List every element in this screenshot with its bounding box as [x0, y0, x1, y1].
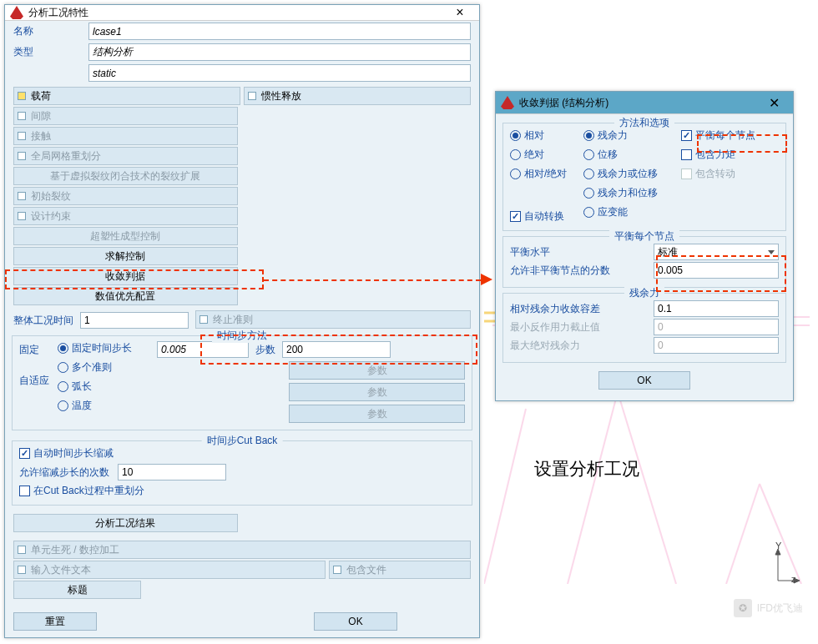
analysis-loadcase-dialog: 分析工况特性 × 名称 lcase1 类型 结构分析 static 载荷 惯性释…	[4, 4, 480, 638]
opt-remesh[interactable]: 全局网格重划分	[13, 147, 238, 165]
maxabs-field: 0	[654, 337, 779, 354]
totaltime-label: 整体工况时间	[13, 314, 73, 328]
fixed-label: 固定	[19, 343, 49, 357]
chk-autoswitch[interactable]: 自动转换	[510, 209, 583, 224]
chk-autocutback[interactable]: 自动时间步长缩减	[19, 446, 465, 460]
opt-inertia[interactable]: 惯性释放	[244, 87, 471, 105]
callout-arrow	[264, 279, 481, 281]
type-field-2[interactable]: static	[88, 64, 471, 82]
name-label: 名称	[13, 24, 88, 38]
chk-rot: 包含转动	[681, 167, 779, 181]
radio-residanddisp[interactable]: 残余力和位移	[583, 186, 681, 200]
opt-design[interactable]: 设计约束	[13, 207, 238, 225]
radio-absolute[interactable]: 绝对	[510, 148, 583, 162]
params-button-1[interactable]: 参数	[289, 361, 465, 380]
svg-line-5	[726, 484, 760, 584]
opt-initcrack[interactable]: 初始裂纹	[13, 187, 238, 205]
dialog-titlebar[interactable]: 分析工况特性 ×	[5, 5, 479, 21]
opt-inputtext[interactable]: 输入文件文本	[13, 561, 326, 579]
minreac-label: 最小反作用力截止值	[510, 320, 654, 335]
cutback-allow-label: 允许缩减步长的次数	[19, 465, 109, 480]
arrow-icon	[481, 274, 492, 285]
opt-load[interactable]: 载荷	[13, 87, 240, 105]
balance-label: 平衡水平	[510, 245, 654, 259]
reltol-field[interactable]: 0.1	[654, 300, 779, 317]
chk-moment[interactable]: 包含力矩	[681, 148, 779, 162]
radio-arc[interactable]: 弧长	[58, 380, 132, 394]
opt-vcct[interactable]: 基于虚拟裂纹闭合技术的裂纹扩展	[13, 167, 238, 185]
minreac-field: 0	[654, 319, 779, 335]
opt-termination[interactable]: 终止准则	[195, 310, 471, 329]
opt-includefile[interactable]: 包含文件	[329, 561, 471, 579]
steps-label: 步数	[255, 343, 275, 357]
chk-pernode[interactable]: 平衡每个节点	[681, 128, 779, 143]
radio-disp[interactable]: 位移	[583, 148, 681, 162]
wechat-icon: ✪	[734, 599, 752, 617]
ok-button[interactable]: OK	[598, 371, 690, 390]
svg-line-3	[618, 392, 676, 584]
radio-multi[interactable]: 多个准则	[58, 360, 132, 375]
method-group: 方法和选项 相对 绝对 相对/绝对 自动转换 残余力 位移 残余力或位移 残余力…	[502, 123, 786, 231]
allowfrac-field[interactable]: 0.005	[654, 262, 779, 279]
radio-relative[interactable]: 相对	[510, 128, 583, 143]
radio-fixed[interactable]: 固定时间步长	[58, 341, 132, 355]
radio-relabs[interactable]: 相对/绝对	[510, 167, 583, 181]
results-button[interactable]: 分析工况结果	[13, 514, 238, 532]
dialog-title: 分析工况特性	[28, 6, 88, 20]
dialog2-title: 收敛判据 (结构分析)	[519, 96, 608, 110]
maxabs-label: 最大绝对残余力	[510, 339, 654, 353]
totaltime-field[interactable]: 1	[80, 312, 189, 329]
title-button[interactable]: 标题	[13, 581, 141, 599]
opt-solve[interactable]: 求解控制	[13, 247, 238, 265]
adaptive-label: 自适应	[19, 374, 49, 388]
steps-field[interactable]: 200	[282, 341, 391, 358]
annotation-caption: 设置分析工况	[534, 457, 639, 480]
pernode-legend: 平衡每个节点	[609, 229, 679, 244]
opt-contact[interactable]: 接触	[13, 127, 238, 145]
svg-line-2	[568, 392, 618, 584]
opt-birthdeath[interactable]: 单元生死 / 数控加工	[13, 541, 471, 559]
app-icon	[501, 96, 514, 109]
svg-line-4	[484, 409, 526, 584]
chevron-down-icon	[768, 250, 775, 254]
allowfrac-label: 允许非平衡节点的分数	[510, 264, 654, 278]
name-field[interactable]: lcase1	[88, 23, 471, 40]
radio-residordisp[interactable]: 残余力或位移	[583, 167, 681, 181]
opt-gap[interactable]: 间隙	[13, 107, 238, 125]
axis-gizmo: Yz	[766, 549, 800, 582]
radio-strain[interactable]: 应变能	[583, 205, 681, 219]
params-button-3[interactable]: 参数	[289, 405, 465, 423]
close-icon[interactable]: ✕	[760, 95, 788, 111]
pernode-group: 平衡每个节点 平衡水平 标准 允许非平衡节点的分数 0.005	[502, 236, 786, 288]
type-label: 类型	[13, 45, 88, 59]
cutback-allow-field[interactable]: 10	[118, 464, 226, 480]
app-icon	[10, 6, 23, 19]
close-icon[interactable]: ×	[446, 5, 474, 20]
residual-group: 残余力 相对残余力收敛容差 0.1 最小反作用力截止值 0 最大绝对残余力 0	[502, 293, 786, 363]
chk-cutback-remesh[interactable]: 在Cut Back过程中重划分	[19, 484, 465, 498]
opt-superplastic[interactable]: 超塑性成型控制	[13, 227, 238, 245]
radio-residual[interactable]: 残余力	[583, 128, 681, 143]
ok-button[interactable]: OK	[314, 612, 397, 631]
params-button-2[interactable]: 参数	[289, 383, 465, 401]
residual-legend: 残余力	[624, 286, 664, 300]
type-field-1[interactable]: 结构分析	[88, 43, 471, 61]
dialog2-titlebar[interactable]: 收敛判据 (结构分析) ✕	[496, 92, 793, 114]
opt-converge[interactable]: 收敛判据	[13, 267, 238, 285]
reltol-label: 相对残余力收敛容差	[510, 302, 654, 316]
convergence-dialog: 收敛判据 (结构分析) ✕ 方法和选项 相对 绝对 相对/绝对 自动转换 残余力…	[495, 91, 794, 401]
method-legend: 方法和选项	[614, 116, 674, 130]
cutback-legend: 时间步Cut Back	[202, 434, 283, 448]
stepsize-field[interactable]: 0.005	[157, 341, 249, 358]
radio-temp[interactable]: 温度	[58, 399, 132, 413]
cutback-group: 时间步Cut Back 自动时间步长缩减 允许缩减步长的次数 10 在Cut B…	[12, 440, 472, 506]
timestep-group: 时间步方法 固定 自适应 固定时间步长 多个准则 弧长 温度 0.005 步数 …	[12, 335, 472, 430]
balance-select[interactable]: 标准	[654, 244, 779, 260]
watermark: ✪ IFD优飞迪	[734, 599, 803, 617]
timestep-legend: 时间步方法	[212, 329, 272, 343]
reset-button[interactable]: 重置	[13, 612, 97, 631]
opt-numpref[interactable]: 数值优先配置	[13, 287, 238, 305]
